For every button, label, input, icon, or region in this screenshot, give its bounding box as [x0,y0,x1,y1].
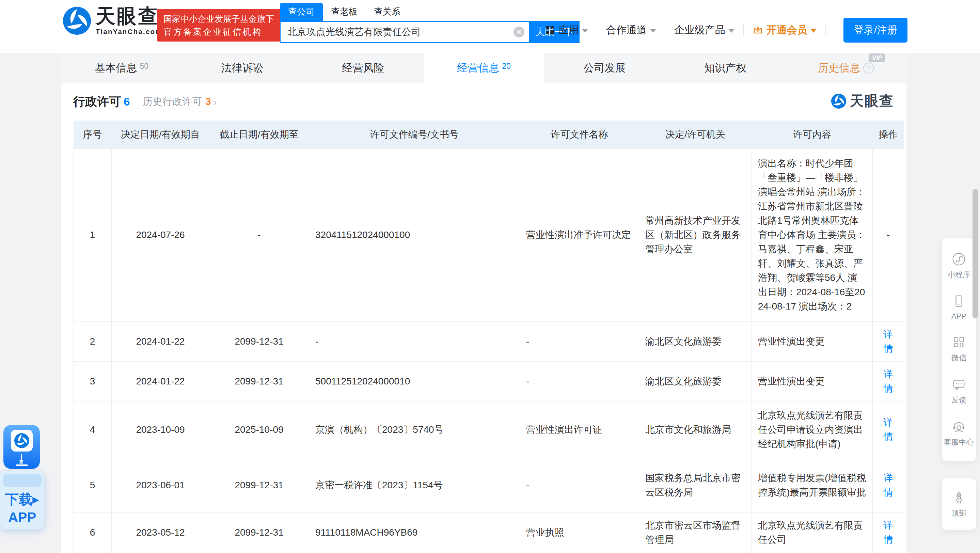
section-header: 行政许可 6 历史行政许可 3 › 天眼查 [73,94,894,110]
chevron-right-icon[interactable]: › [213,97,217,107]
cell-doc-name: 营业执照 [520,512,639,553]
cell-from: 2023-06-01 [112,458,209,512]
nav-vip[interactable]: 开通会员 [752,23,816,37]
phone-icon [951,294,967,309]
chevron-down-icon [582,29,588,33]
cell-action: 详情 [873,458,904,512]
download-app-badge[interactable]: ⭳ [3,425,40,469]
detail-link[interactable]: 详情 [884,473,893,497]
col-expiry-date: 截止日期/有效期至 [209,121,309,148]
cell-from: 2023-10-09 [112,401,209,458]
cell-doc-no: 91110118MACH96YB69 [309,512,520,553]
tab-legal-litigation[interactable]: 法律诉讼 [182,53,303,83]
download-app-card[interactable]: 下载▶ APP [0,470,44,529]
tab-label: 知识产权 [704,61,746,75]
cell-doc-name: - [520,321,639,361]
tab-label: 经营风险 [342,61,384,75]
tab-history-info[interactable]: VIP 历史信息 ? [786,53,907,83]
tab-business-info[interactable]: 经营信息 20 [423,53,544,83]
mini-program-button[interactable]: 小程序 [942,245,976,287]
download-card-band [3,474,41,487]
app-button[interactable]: APP [942,287,976,327]
scrollbar-thumb[interactable] [972,189,978,318]
table-row: 6 2023-05-12 2099-12-31 91110118MACH96YB… [73,512,904,553]
detail-link[interactable]: 详情 [884,329,893,354]
col-no: 序号 [73,121,112,148]
search-tab-company[interactable]: 查公司 [280,3,323,21]
cell-action: - [873,148,904,321]
feedback-button[interactable]: 反馈 [942,370,976,412]
cell-from: 2023-05-12 [112,512,209,553]
cell-authority: 渝北区文化旅游委 [639,361,752,401]
badge-line2: 官方备案企业征信机构 [164,25,274,38]
cell-no: 3 [73,361,112,401]
detail-link[interactable]: 详情 [884,520,893,545]
col-doc-number: 许可文件编号/文书号 [309,121,520,148]
download-app-label: APP [8,510,36,525]
cell-from: 2024-07-26 [112,148,209,321]
cell-to: 2099-12-31 [209,458,309,512]
download-arrow-icon: ⭳ [16,453,28,466]
tianyancha-swirl-icon [831,93,846,109]
detail-link[interactable]: 详情 [884,369,893,394]
col-content: 许可内容 [752,121,873,148]
play-triangle-icon: ▶ [32,494,39,505]
wechat-qr-button[interactable]: 微信 [942,327,976,370]
cell-no: 4 [73,401,112,458]
tab-basic-info[interactable]: 基本信息 50 [61,53,182,83]
gov-certification-badge: 国家中小企业发展子基金旗下 官方备案企业征信机构 [158,9,280,41]
mini-program-icon [951,251,967,267]
clear-search-icon[interactable]: ✕ [514,27,524,37]
detail-link[interactable]: 详情 [884,417,893,442]
tab-intellectual-property[interactable]: 知识产权 [665,53,786,83]
customer-service-button[interactable]: 客服中心 [942,412,976,454]
nav-vip-label: 开通会员 [767,23,807,37]
side-item-label: APP [951,312,966,321]
history-license-count: 3 [205,96,211,107]
cell-content: 北京玖点光线演艺有限责任公司申请设立内资演出经纪机构审批(申请) [752,401,873,458]
cell-doc-name: - [520,458,639,512]
section-count: 6 [124,95,130,108]
tab-label: 公司发展 [584,61,626,75]
login-register-button[interactable]: 登录/注册 [843,18,907,43]
search-tab-relation[interactable]: 查关系 [366,3,409,21]
col-authority: 决定/许可机关 [639,121,752,148]
cell-doc-no: 京演（机构）〔2023〕5740号 [309,401,520,458]
cell-doc-no: 320411512024000100 [309,148,520,321]
tab-operation-risk[interactable]: 经营风险 [303,53,423,83]
search-tabs: 查公司 查老板 查关系 [280,3,579,21]
tab-label: 法律诉讼 [221,61,264,75]
cell-doc-no: 500112512024000010 [309,361,520,401]
cell-content: 演出名称：时代少年团「叁重楼」—「楼非楼」演唱会常州站 演出场所：江苏省常州市新… [752,148,873,321]
nav-divider [665,24,665,36]
qrcode-icon [951,334,967,350]
logo-text: 天眼查 TianYanCha.com [96,5,162,36]
nav-apps[interactable]: 应用 [544,23,588,37]
tab-company-development[interactable]: 公司发展 [544,53,665,83]
main-content: 行政许可 6 历史行政许可 3 › 天眼查 [61,83,907,553]
cell-to: - [209,148,309,321]
tab-label: 经营信息 [457,61,499,75]
vip-badge: VIP [869,54,885,62]
history-license-link[interactable]: 历史行政许可 [143,95,202,109]
nav-apps-label: 应用 [558,23,579,37]
cell-authority: 渝北区文化旅游委 [639,321,752,361]
license-table: 序号 决定日期/有效期自 截止日期/有效期至 许可文件编号/文书号 许可文件名称… [73,121,904,553]
cell-no: 2 [73,321,112,361]
nav-partner-label: 合作通道 [606,23,647,37]
back-to-top-button[interactable]: 顶部 [942,483,976,525]
app-icon [11,430,33,451]
tianyancha-watermark: 天眼查 [831,92,894,110]
nav-partner[interactable]: 合作通道 [606,23,656,37]
tianyancha-logo[interactable]: 天眼查 TianYanCha.com [62,5,162,36]
search-input[interactable] [281,27,514,37]
question-icon[interactable]: ? [863,63,874,73]
nav-enterprise[interactable]: 企业级产品 [674,23,735,37]
table-row: 2 2024-01-22 2099-12-31 - - 渝北区文化旅游委 营业性… [73,321,904,361]
search-tab-boss[interactable]: 查老板 [323,3,366,21]
back-to-top-card: 顶部 [942,478,976,530]
cell-doc-name: 营业性演出许可证 [520,401,639,458]
search-box: ✕ 天眼一下 [280,21,579,43]
cell-to: 2099-12-31 [209,321,309,361]
company-tab-bar: 基本信息 50 法律诉讼 经营风险 经营信息 20 公司发展 知识产权 VIP … [61,53,907,83]
